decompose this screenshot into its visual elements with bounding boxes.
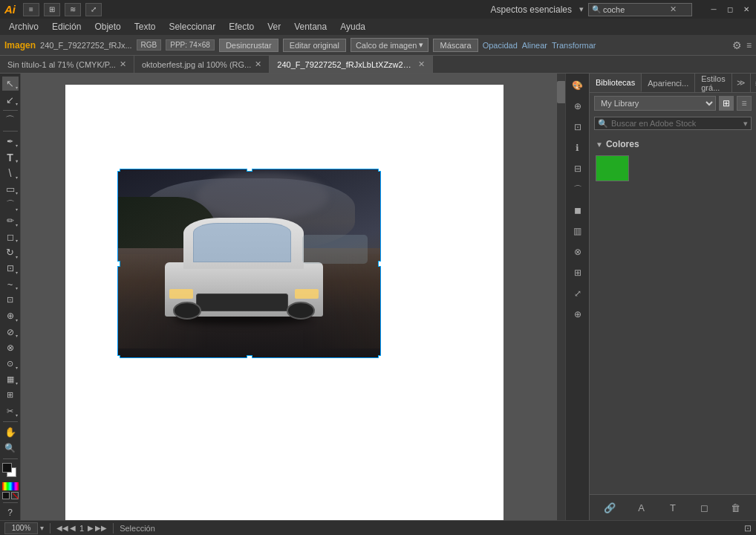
sel-handle-br[interactable] [378, 355, 381, 358]
lib-bottom-link[interactable]: 🔗 [602, 499, 618, 516]
lib-tab-apariencia[interactable]: Aparienci... [642, 74, 695, 92]
tool-scale[interactable]: ⊡▾ [2, 262, 19, 276]
zoom-dropdown[interactable]: ▾ [40, 524, 44, 532]
sel-handle-mr[interactable] [378, 261, 381, 267]
stroke-color-icon[interactable] [2, 492, 10, 499]
close-button[interactable]: ✕ [741, 4, 752, 15]
tool-free-transform[interactable]: ⊡ [2, 293, 19, 307]
tab-2[interactable]: 240_F_79227252_fRJxLbLtXZzw2D2tyyuMI4i58… [270, 56, 433, 73]
tool-hand[interactable]: ✋ [2, 425, 19, 439]
lib-search-input[interactable] [594, 117, 752, 130]
aspect-label[interactable]: Aspectos esenciales [491, 4, 572, 15]
opacidad-link[interactable]: Opacidad [483, 41, 518, 50]
rp-icon-2[interactable]: ⊕ [569, 97, 587, 115]
rp-icon-10[interactable]: ⊞ [569, 264, 587, 282]
lib-view-grid-btn[interactable]: ⊞ [719, 96, 734, 111]
contextbar-menu-icon[interactable]: ≡ [746, 40, 752, 51]
menu-archivo[interactable]: Archivo [3, 20, 45, 33]
icon-btn-1[interactable]: ≡ [23, 3, 39, 16]
contextbar-gear-icon[interactable]: ⚙ [732, 39, 742, 51]
menu-texto[interactable]: Texto [128, 20, 162, 33]
icon-btn-2[interactable]: ⊞ [44, 3, 60, 16]
menu-ver[interactable]: Ver [261, 20, 287, 33]
search-box[interactable]: 🔍 ✕ [588, 3, 692, 16]
tool-symbol[interactable]: ⊙▾ [2, 357, 19, 371]
tab-1[interactable]: oktoberfest.jpg al 100% (RG... ✕ [134, 56, 270, 73]
minimize-button[interactable]: ─ [708, 4, 719, 15]
lib-bottom-color[interactable]: ◻ [696, 499, 712, 516]
tool-slice[interactable]: ✂▾ [2, 404, 19, 418]
zoom-input[interactable] [4, 522, 38, 534]
search-clear-icon[interactable]: ✕ [670, 4, 677, 14]
lib-tab-more[interactable]: ≫ [732, 74, 750, 92]
tool-pencil[interactable]: ✏▾ [2, 214, 19, 228]
rp-icon-8[interactable]: ▥ [569, 222, 587, 240]
color-boxes[interactable] [2, 463, 19, 477]
menu-ventana[interactable]: Ventana [288, 20, 333, 33]
lib-tab-bibliotecas[interactable]: Bibliotecas [590, 74, 642, 92]
lib-select[interactable]: My Library [594, 96, 716, 111]
nav-prev-btn[interactable]: ◀◀ [56, 524, 68, 532]
tool-graph[interactable]: ▦▾ [2, 372, 19, 386]
tool-rotate[interactable]: ↻▾ [2, 245, 19, 259]
lib-tab-estilos[interactable]: Estilos grá... [695, 74, 731, 92]
tool-blend[interactable]: ⊗ [2, 340, 19, 354]
rp-icon-9[interactable]: ⊗ [569, 243, 587, 261]
tool-select[interactable]: ↖▾ [2, 77, 19, 91]
calco-dropdown[interactable]: Calco de imagen ▾ [351, 38, 429, 52]
icon-btn-4[interactable]: ⤢ [85, 3, 102, 16]
lib-search-dropdown[interactable]: ▾ [743, 119, 748, 129]
tool-zoom[interactable]: 🔍 [2, 441, 19, 455]
menu-edicion[interactable]: Edición [46, 20, 87, 33]
tool-type[interactable]: T▾ [2, 150, 19, 164]
rp-icon-7[interactable]: ◼ [569, 201, 587, 219]
rp-icon-3[interactable]: ⊡ [569, 118, 587, 136]
tool-line[interactable]: \▾ [2, 166, 19, 180]
color-gradient-bar[interactable] [2, 482, 19, 490]
rp-icon-6[interactable]: ⌒ [569, 181, 587, 198]
lib-view-list-btn[interactable]: ≡ [737, 96, 752, 111]
tool-rect[interactable]: ▭▾ [2, 182, 19, 196]
tool-artboard[interactable]: ⊞ [2, 388, 19, 402]
canvas-area[interactable] [21, 74, 565, 520]
tool-eraser[interactable]: ◻▾ [2, 230, 19, 244]
menu-efecto[interactable]: Efecto [223, 20, 260, 33]
vertical-scrollbar[interactable] [556, 74, 565, 520]
rp-icon-11[interactable]: ⤢ [569, 285, 587, 302]
rp-icon-1[interactable]: 🎨 [569, 77, 587, 94]
rp-icon-12[interactable]: ⊕ [569, 305, 587, 323]
desincrustar-button[interactable]: Desincrustar [219, 39, 278, 52]
tab-1-close[interactable]: ✕ [255, 59, 261, 69]
restore-button[interactable]: ◻ [725, 4, 735, 15]
car-image[interactable] [117, 169, 381, 358]
menu-objeto[interactable]: Objeto [88, 20, 126, 33]
menu-seleccionar[interactable]: Seleccionar [163, 20, 221, 33]
aspect-dropdown[interactable]: ▾ [579, 4, 584, 14]
tool-pen[interactable]: ✒▾ [2, 134, 19, 149]
tab-0-close[interactable]: ✕ [120, 59, 126, 69]
color-swatch-green[interactable] [596, 155, 629, 181]
sel-handle-tl[interactable] [117, 169, 120, 172]
tab-2-close[interactable]: ✕ [418, 59, 425, 69]
rp-icon-5[interactable]: ⊟ [569, 160, 587, 178]
no-color-icon[interactable] [11, 492, 19, 499]
search-input[interactable] [603, 5, 670, 14]
tool-warp[interactable]: ~▾ [2, 277, 19, 291]
nav-next-page-btn[interactable]: ▶ [88, 524, 94, 532]
status-right-icon[interactable]: ⊡ [744, 523, 752, 534]
scroll-thumb[interactable] [557, 81, 565, 103]
lib-panel-menu[interactable]: ≡ [750, 74, 756, 92]
mascara-button[interactable]: Máscara [433, 39, 478, 52]
tool-lasso[interactable]: ⌒ [2, 114, 19, 128]
lib-section-arrow[interactable]: ▼ [596, 140, 603, 149]
tool-brush[interactable]: ⌒▾ [2, 198, 19, 212]
transformar-link[interactable]: Transformar [552, 41, 596, 50]
tool-direct-select[interactable]: ↙▾ [2, 92, 19, 106]
lib-bottom-font[interactable]: T [665, 499, 681, 516]
menu-ayuda[interactable]: Ayuda [334, 20, 371, 33]
sel-handle-ml[interactable] [117, 261, 120, 267]
sel-handle-bl[interactable] [117, 355, 120, 358]
nav-prev-page-btn[interactable]: ◀ [70, 524, 76, 532]
tool-shape-builder[interactable]: ⊕▾ [2, 309, 19, 323]
rp-icon-4[interactable]: ℹ [569, 139, 587, 157]
